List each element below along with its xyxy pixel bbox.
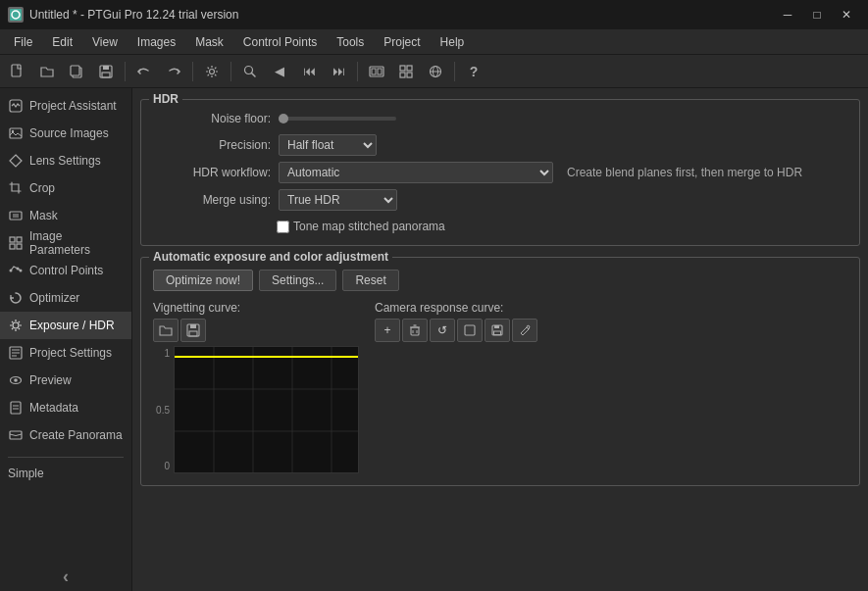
sidebar-label-source-images: Source Images — [29, 126, 109, 140]
panorama-button[interactable] — [363, 59, 390, 84]
svg-rect-55 — [411, 327, 419, 335]
minimize-button[interactable]: ─ — [774, 5, 801, 25]
sidebar-collapse-btn[interactable]: ‹ — [63, 566, 69, 586]
svg-point-8 — [210, 69, 215, 74]
graph-label-0: 0 — [153, 461, 170, 471]
auto-btn-row: Optimize now! Settings... Reset — [141, 264, 859, 297]
svg-point-31 — [10, 270, 13, 272]
svg-rect-46 — [190, 324, 196, 328]
svg-rect-60 — [465, 325, 475, 335]
vignetting-save-button[interactable] — [180, 319, 206, 342]
svg-rect-15 — [407, 66, 412, 71]
sidebar-item-mask[interactable]: Mask — [0, 202, 131, 229]
sidebar-item-preview[interactable]: Preview — [0, 367, 131, 394]
toolbar: ◀ ⏮ ⏭ ? — [0, 55, 868, 88]
title-bar: Untitled * - PTGui Pro 12.24 trial versi… — [0, 0, 868, 29]
svg-rect-17 — [407, 73, 412, 77]
separator-1 — [125, 62, 126, 81]
merge-using-select[interactable]: True HDR Exposure Fusion — [279, 189, 397, 211]
sidebar-item-metadata[interactable]: Metadata — [0, 394, 131, 421]
content-area: HDR Noise floor: Precision: Half float F… — [132, 88, 868, 591]
mask-icon — [8, 208, 24, 223]
camera-delete-button[interactable] — [402, 319, 428, 342]
redo-button[interactable] — [160, 59, 187, 84]
create-panorama-icon — [8, 427, 24, 443]
search-prev-button[interactable]: ◀ — [266, 59, 293, 84]
camera-edit-button[interactable] — [512, 319, 537, 342]
vignetting-curve-label: Vignetting curve: — [153, 301, 359, 315]
svg-rect-62 — [494, 325, 499, 328]
camera-resize-button[interactable] — [457, 319, 483, 342]
sidebar-item-create-panorama[interactable]: Create Panorama — [0, 421, 131, 449]
noise-floor-slider-thumb[interactable] — [279, 114, 288, 123]
menu-tools[interactable]: Tools — [327, 31, 374, 53]
vignetting-folder-button[interactable] — [153, 319, 179, 342]
window-controls: ─ □ ✕ — [774, 5, 860, 25]
separator-4 — [357, 62, 358, 81]
hdr-workflow-select[interactable]: Automatic Manual — [279, 162, 553, 183]
maximize-button[interactable]: □ — [803, 5, 831, 25]
sidebar-item-project-settings[interactable]: Project Settings — [0, 339, 131, 367]
menu-images[interactable]: Images — [128, 31, 185, 53]
settings-button[interactable] — [198, 59, 226, 84]
open-button[interactable] — [33, 59, 61, 84]
grid-button[interactable] — [392, 59, 420, 84]
new-button[interactable] — [4, 59, 31, 84]
menu-view[interactable]: View — [82, 31, 128, 53]
sidebar-item-optimizer[interactable]: Optimizer — [0, 284, 131, 312]
sidebar-item-crop[interactable]: Crop — [0, 174, 131, 202]
sidebar-item-image-parameters[interactable]: Image Parameters — [0, 229, 131, 257]
help-button[interactable]: ? — [460, 59, 487, 84]
skip-fwd-button[interactable]: ⏭ — [325, 59, 352, 84]
optimize-now-button[interactable]: Optimize now! — [153, 270, 253, 291]
auto-fieldset: Automatic exposure and color adjustment … — [140, 250, 860, 486]
hdr-workflow-hint: Create blend planes first, then merge to… — [567, 166, 802, 179]
sidebar-item-project-assistant[interactable]: Project Assistant — [0, 92, 131, 120]
copy-button[interactable] — [63, 59, 90, 84]
svg-rect-28 — [17, 237, 22, 242]
sidebar-label-project-settings: Project Settings — [29, 346, 112, 360]
tone-map-label[interactable]: Tone map stitched panorama — [277, 220, 445, 233]
camera-response-curve-toolbar: + ↺ — [375, 319, 847, 342]
precision-select[interactable]: Half float Full float Integer — [279, 134, 377, 156]
tone-map-checkbox[interactable] — [277, 221, 289, 233]
skip-back-button[interactable]: ⏮ — [295, 59, 323, 84]
camera-save-button[interactable] — [485, 319, 510, 342]
sidebar-label-crop: Crop — [29, 181, 55, 195]
sidebar-item-source-images[interactable]: Source Images — [0, 120, 131, 147]
sidebar-item-lens-settings[interactable]: Lens Settings — [0, 147, 131, 174]
settings-button-auto[interactable]: Settings... — [259, 270, 336, 291]
menu-control-points[interactable]: Control Points — [233, 31, 327, 53]
svg-point-32 — [17, 268, 20, 271]
camera-reset-button[interactable]: ↺ — [430, 319, 455, 342]
sidebar-item-simple[interactable]: Simple — [0, 460, 131, 487]
separator-5 — [454, 62, 455, 81]
svg-rect-30 — [17, 244, 22, 249]
reset-button[interactable]: Reset — [342, 270, 398, 291]
search-button[interactable] — [236, 59, 264, 84]
tone-map-text: Tone map stitched panorama — [293, 220, 445, 233]
sidebar-item-exposure-hdr[interactable]: Exposure / HDR — [0, 312, 131, 339]
sidebar-label-metadata: Metadata — [29, 401, 78, 415]
svg-rect-4 — [71, 66, 79, 75]
close-button[interactable]: ✕ — [833, 5, 860, 25]
svg-rect-63 — [494, 331, 501, 335]
merge-using-control: True HDR Exposure Fusion — [279, 189, 397, 211]
menu-file[interactable]: File — [4, 31, 42, 53]
menu-edit[interactable]: Edit — [42, 31, 82, 53]
sidebar-item-control-points[interactable]: Control Points — [0, 257, 131, 284]
noise-floor-slider-track[interactable] — [279, 117, 396, 121]
save-button[interactable] — [92, 59, 120, 84]
menu-mask[interactable]: Mask — [185, 31, 233, 53]
vignetting-curve-toolbar — [153, 319, 359, 342]
camera-add-button[interactable]: + — [375, 319, 400, 342]
sidebar-label-optimizer: Optimizer — [29, 291, 79, 305]
window-title: Untitled * - PTGui Pro 12.24 trial versi… — [29, 8, 238, 22]
app-icon — [8, 7, 24, 23]
undo-button[interactable] — [130, 59, 158, 84]
menu-project[interactable]: Project — [374, 31, 430, 53]
menu-help[interactable]: Help — [431, 31, 475, 53]
hdr-fieldset: HDR Noise floor: Precision: Half float F… — [140, 92, 860, 246]
svg-rect-13 — [378, 69, 382, 74]
sphere-button[interactable] — [422, 59, 449, 84]
